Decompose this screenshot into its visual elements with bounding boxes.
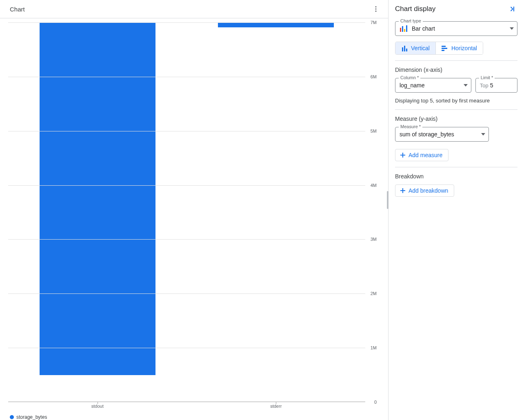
bar-slot [8,22,187,402]
chevron-down-icon [481,133,485,136]
gridline [8,293,365,294]
measure-select[interactable]: Measure * sum of storage_bytes [395,127,489,142]
gridline [8,348,365,348]
chart-display-panel: Chart display Chart type Bar chart [389,0,524,202]
y-axis-tick: 4M [371,183,377,188]
gridline [8,131,365,131]
chart-header: Chart [0,0,388,18]
bar[interactable] [40,22,155,375]
bar[interactable] [218,22,334,27]
svg-rect-4 [402,26,403,32]
orientation-horizontal-button[interactable]: Horizontal [435,42,483,54]
svg-rect-9 [406,49,407,51]
orientation-toggle: Vertical Horizontal [395,42,483,55]
bars-container [8,22,365,402]
dimension-limit-input[interactable]: Limit * Top [475,78,517,93]
svg-point-2 [375,11,377,12]
svg-point-1 [375,9,377,10]
dimension-helper-text: Displaying top 5, sorted by first measur… [395,98,517,104]
bar-chart-icon [400,25,409,32]
chart-legend: storage_bytes [8,409,377,420]
svg-rect-7 [402,47,403,51]
chevron-down-icon [464,84,468,87]
measure-heading: Measure (y-axis) [395,116,517,122]
dimension-heading: Dimension (x-axis) [395,67,517,73]
gridline [8,185,365,186]
more-options-button[interactable] [369,2,383,16]
svg-rect-3 [400,28,401,32]
x-axis-label: stdout [8,402,187,409]
svg-rect-12 [442,50,444,51]
field-label: Chart type [399,18,423,23]
svg-rect-6 [406,25,407,32]
panel-title: Chart display [395,5,435,13]
add-measure-button[interactable]: Add measure [395,149,449,161]
legend-series-name: storage_bytes [16,414,47,420]
svg-rect-11 [442,48,447,49]
y-axis-tick: 6M [371,74,377,79]
svg-rect-10 [442,46,446,47]
chevron-down-icon [510,27,514,30]
orientation-vertical-button[interactable]: Vertical [395,42,435,54]
collapse-panel-button[interactable] [506,3,517,15]
gridline [8,77,365,77]
y-axis-tick: 5M [371,129,377,133]
chart-area: 01M2M3M4M5M6M7M stdoutstderr storage_byt… [0,18,388,420]
x-axis-label: stderr [187,402,366,409]
gridline [8,22,365,23]
chart-title: Chart [10,6,25,13]
gridline [8,239,365,240]
y-axis-tick: 3M [371,237,377,242]
svg-point-0 [375,6,377,7]
svg-rect-8 [404,46,405,51]
breakdown-heading: Breakdown [395,173,517,180]
splitter-handle[interactable] [387,191,389,209]
horizontal-bars-icon [442,45,448,51]
vertical-bars-icon [401,45,408,51]
more-vert-icon [372,5,380,13]
dimension-column-select[interactable]: Column * log_name [395,78,471,93]
bar-slot [187,22,366,402]
plus-icon [400,152,406,158]
limit-value-input[interactable] [490,82,514,89]
y-axis-tick: 0 [374,400,377,404]
y-axis-tick: 1M [371,345,377,350]
add-breakdown-button[interactable]: Add breakdown [395,184,454,197]
chart-plot[interactable]: 01M2M3M4M5M6M7M [8,22,377,402]
y-axis-tick: 7M [371,20,377,25]
svg-rect-5 [404,29,405,32]
chart-type-value: Bar chart [412,25,510,32]
chart-type-select[interactable]: Chart type Bar chart [395,21,517,36]
y-axis-tick: 2M [371,291,377,296]
legend-swatch [10,415,14,419]
plus-icon [400,187,406,194]
collapse-right-icon [508,5,516,13]
